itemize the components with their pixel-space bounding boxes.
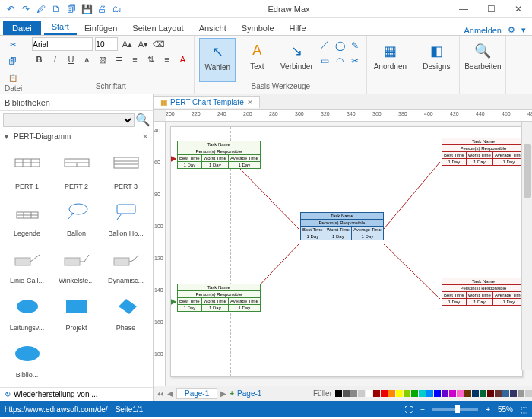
document-tab[interactable]: ▦ PERT Chart Template ✕ (154, 96, 260, 108)
color-swatch[interactable] (381, 390, 388, 397)
shape-item[interactable]: Leitungsv... (3, 289, 51, 335)
shape-item[interactable]: PERT 2 (52, 148, 100, 193)
shape-item[interactable]: Dynamisc... (102, 242, 150, 287)
color-swatch[interactable] (404, 390, 410, 397)
nav-prev-icon[interactable]: ◀ (167, 389, 173, 398)
library-picker[interactable] (3, 113, 135, 127)
italic-button[interactable]: I (48, 52, 62, 66)
line-tool-icon[interactable]: ／ (318, 39, 331, 52)
cut-button[interactable]: ✂ (5, 37, 21, 51)
highlight-button[interactable]: ▧ (96, 52, 109, 66)
pert-node-bottom-left[interactable]: Task Name Person(s) Responsible Best Tim… (177, 284, 261, 312)
color-swatch[interactable] (457, 390, 464, 397)
shape-item[interactable]: PERT 3 (102, 148, 150, 193)
align-button[interactable]: ≡ (160, 52, 173, 66)
doc-tab-close-icon[interactable]: ✕ (247, 98, 253, 106)
color-swatch[interactable] (426, 390, 433, 397)
edit-menu[interactable]: 🔍 Bearbeiten (464, 38, 501, 82)
zoom-slider[interactable] (432, 408, 478, 411)
color-swatch[interactable] (495, 390, 502, 397)
color-swatch[interactable] (525, 390, 532, 397)
tab-symbols[interactable]: Symbole (234, 21, 282, 35)
zoom-out-button[interactable]: − (420, 405, 425, 414)
redo-icon[interactable]: ↷ (20, 3, 32, 15)
search-icon[interactable]: 🔍 (136, 113, 150, 127)
page-tab-1[interactable]: Page-1 (176, 388, 217, 399)
zoom-in-button[interactable]: + (486, 405, 490, 414)
view-full-icon[interactable]: ⛶ (405, 405, 413, 414)
color-swatch[interactable] (480, 390, 486, 397)
tab-view[interactable]: Ansicht (192, 21, 234, 35)
text-tool[interactable]: A Text (239, 38, 275, 82)
font-color-button[interactable]: A (176, 52, 189, 66)
ellipse-tool-icon[interactable]: ◯ (333, 39, 347, 52)
sidebar-resume-row[interactable]: ↻ Wiederherstellung von ... (0, 387, 153, 401)
pert-node-bottom-right[interactable]: Task Name Person(s) Responsible Best Tim… (442, 278, 525, 306)
add-page-button[interactable]: + (230, 389, 234, 398)
connector-tool[interactable]: ↘ Verbinder (278, 38, 315, 82)
open-icon[interactable]: 🗐 (65, 3, 78, 15)
pert-node-top-right[interactable]: Task Name Person(s) Responsible Best Tim… (442, 138, 525, 166)
numbering-button[interactable]: ≡ (128, 52, 141, 66)
file-tab[interactable]: Datei (3, 21, 41, 35)
color-swatch[interactable] (449, 390, 456, 397)
copy-button[interactable]: 🗐 (5, 54, 21, 68)
shape-item[interactable]: PERT 1 (3, 148, 51, 193)
designs-menu[interactable]: ◧ Designs (418, 38, 454, 82)
bullets-button[interactable]: ≣ (112, 52, 125, 66)
color-swatch[interactable] (464, 390, 471, 397)
close-button[interactable]: ✕ (505, 1, 532, 17)
shape-item[interactable]: Linie-Call... (3, 242, 51, 287)
select-tool[interactable]: ↖ Wahlen (199, 38, 236, 82)
settings-icon[interactable]: ⚙ (508, 25, 515, 35)
color-swatch[interactable] (442, 390, 448, 397)
color-swatch[interactable] (518, 390, 524, 397)
color-swatch[interactable] (434, 390, 441, 397)
drawing-canvas[interactable]: Task Name Person(s) Responsible Best Tim… (166, 122, 532, 386)
shape-item[interactable]: Winkelste... (52, 242, 100, 287)
pen-tool-icon[interactable]: ✎ (348, 39, 362, 52)
vertical-scrollbar[interactable] (521, 122, 532, 370)
shape-item[interactable]: Phase (102, 289, 150, 335)
font-size-select[interactable] (95, 37, 118, 51)
tab-insert[interactable]: Einfügen (77, 21, 125, 35)
arc-tool-icon[interactable]: ◠ (333, 54, 347, 68)
color-swatch[interactable] (411, 390, 418, 397)
rect-tool-icon[interactable]: ▭ (318, 54, 331, 68)
sidebar-section-pert[interactable]: ▾ PERT-Diagramm ✕ (0, 129, 153, 144)
crop-tool-icon[interactable]: ✂ (348, 54, 362, 68)
maximize-button[interactable]: ☐ (477, 1, 505, 17)
shape-item[interactable]: Projekt (52, 289, 100, 335)
save-icon[interactable]: 💾 (81, 3, 93, 15)
clear-format-button[interactable]: ⌫ (152, 37, 166, 51)
font-grow-button[interactable]: A▴ (120, 37, 134, 51)
arrange-menu[interactable]: ▦ Anordnen (372, 38, 408, 82)
paste-button[interactable]: 📋 (5, 71, 21, 84)
options-icon[interactable]: 🗂 (111, 3, 123, 15)
pert-node-center[interactable]: Task Name Person(s) Responsible Best Tim… (300, 212, 384, 240)
color-swatch[interactable] (510, 390, 517, 397)
color-swatch[interactable] (388, 390, 395, 397)
color-swatch[interactable] (487, 390, 494, 397)
color-swatch[interactable] (472, 390, 479, 397)
new-icon[interactable]: 🗋 (50, 3, 62, 15)
bold-button[interactable]: B (32, 52, 46, 66)
pert-node-top-left[interactable]: Task Name Person(s) Responsible Best Tim… (177, 141, 261, 169)
ribbon-collapse-icon[interactable]: ▾ (521, 25, 526, 35)
print-icon[interactable]: 🖨 (96, 3, 108, 15)
minimize-button[interactable]: — (450, 1, 477, 17)
tab-page-layout[interactable]: Seiten Layout (125, 21, 191, 35)
underline-button[interactable]: U (64, 52, 78, 66)
color-swatch[interactable] (419, 390, 426, 397)
color-swatch[interactable] (502, 390, 509, 397)
color-swatch[interactable] (396, 390, 403, 397)
shape-item[interactable]: Legende (3, 195, 51, 240)
tab-help[interactable]: Hilfe (282, 21, 314, 35)
strike-button[interactable]: ᴀ (80, 52, 93, 66)
section-close-icon[interactable]: ✕ (142, 132, 148, 141)
shape-item[interactable]: Ballon (52, 195, 100, 240)
nav-first-icon[interactable]: ⏮ (157, 389, 164, 398)
color-swatch[interactable] (335, 390, 342, 397)
font-shrink-button[interactable]: A▾ (136, 37, 150, 51)
undo-icon[interactable]: ↶ (5, 3, 17, 15)
